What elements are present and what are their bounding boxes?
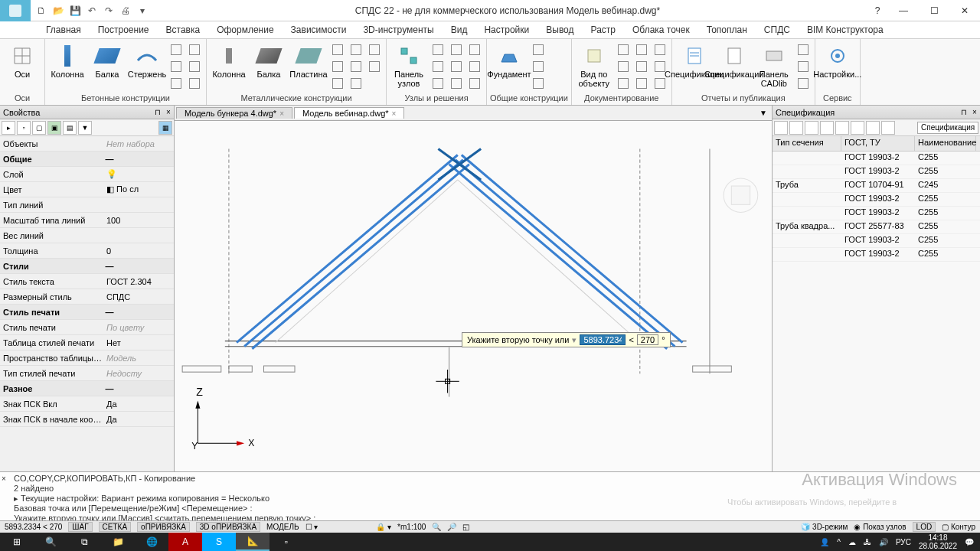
spec-col-header[interactable]: Наименование [915, 136, 976, 151]
axes-button[interactable]: Оси [3, 41, 41, 79]
settings-button[interactable]: Настройки... [818, 41, 857, 79]
toolbar-btn[interactable]: ▣ [47, 121, 61, 135]
tabs-dropdown-icon[interactable]: ▼ [760, 109, 772, 117]
small-btn[interactable] [168, 76, 185, 91]
menu-format[interactable]: Оформление [209, 23, 281, 37]
explorer-button[interactable]: 📁 [101, 533, 135, 551]
small-btn[interactable] [615, 42, 632, 57]
spec-row[interactable]: ГОСТ 19903-2С255 [773, 207, 980, 220]
tray-volume-icon[interactable]: 🔊 [879, 538, 888, 546]
osnap-toggle[interactable]: оПРИВЯЗКА [137, 522, 190, 532]
small-btn[interactable] [329, 76, 346, 91]
save-icon[interactable]: 💾 [69, 5, 81, 17]
spec-tb-btn[interactable] [820, 121, 834, 135]
small-btn[interactable] [366, 59, 383, 74]
spec-tb-btn[interactable] [774, 121, 788, 135]
menu-spds[interactable]: СПДС [756, 23, 798, 37]
clock[interactable]: 14:1828.06.2022 [919, 533, 957, 550]
start-button[interactable]: ⊞ [0, 533, 34, 551]
notifications-icon[interactable]: 💬 [965, 538, 974, 546]
toolbar-btn[interactable]: ▫ [17, 121, 31, 135]
osnap3d-toggle[interactable]: 3D оПРИВЯЗКА [196, 522, 260, 532]
toolbar-btn[interactable]: ▼ [78, 121, 92, 135]
toolbar-btn[interactable]: ▢ [32, 121, 46, 135]
pin-icon[interactable]: ⊓ [959, 108, 969, 116]
close-icon[interactable]: × [163, 108, 174, 116]
minimize-button[interactable]: — [888, 0, 919, 21]
spec-row[interactable]: ГОСТ 19903-2С255 [773, 234, 980, 248]
metal-column-button[interactable]: Колонна [210, 41, 248, 79]
open-icon[interactable]: 📂 [52, 5, 64, 17]
menu-topo[interactable]: Топоплан [699, 23, 755, 37]
lod-toggle[interactable]: LOD [913, 522, 936, 532]
small-btn[interactable] [530, 59, 547, 74]
spec-row[interactable]: ГОСТ 19903-2С255 [773, 193, 980, 207]
small-btn[interactable] [348, 59, 364, 74]
pin-icon[interactable]: ⊓ [152, 108, 163, 116]
small-btn[interactable] [466, 59, 483, 74]
small-btn[interactable] [348, 76, 364, 91]
metal-beam-button[interactable]: Балка [250, 41, 288, 79]
distance-input[interactable] [580, 334, 626, 345]
small-btn[interactable] [168, 59, 185, 74]
app-logo[interactable] [0, 0, 31, 21]
taskview-button[interactable]: ⧉ [67, 533, 101, 551]
tray-up-icon[interactable]: ^ [837, 538, 841, 546]
small-btn[interactable] [795, 59, 812, 74]
toolbar-btn[interactable]: ▦ [158, 121, 172, 135]
document-tab[interactable]: Модель вебинар.dwg*× [294, 107, 404, 119]
close-button[interactable]: ✕ [949, 0, 980, 21]
small-btn[interactable] [466, 76, 483, 91]
drawing-canvas[interactable]: Z X Y Укажите вторую точку или [175, 121, 772, 487]
close-tab-icon[interactable]: × [279, 109, 284, 118]
document-tab[interactable]: Модель бункера 4.dwg*× [176, 107, 292, 119]
tray-lang[interactable]: РУС [896, 538, 911, 546]
small-btn[interactable] [466, 42, 483, 57]
view-by-object-button[interactable]: Вид по объекту [575, 41, 613, 88]
angle-input[interactable]: 270 [637, 334, 658, 345]
small-btn[interactable] [795, 76, 812, 91]
small-btn[interactable] [430, 42, 446, 57]
menu-pointcloud[interactable]: Облака точек [625, 23, 697, 37]
small-btn[interactable] [633, 59, 650, 74]
tray-icon[interactable]: 👤 [820, 538, 829, 546]
small-btn[interactable] [615, 76, 632, 91]
close-icon[interactable]: × [969, 108, 980, 116]
menu-3d[interactable]: 3D-инструменты [355, 23, 441, 37]
small-btn[interactable] [652, 42, 668, 57]
toolbar-btn[interactable]: ▸ [2, 121, 15, 135]
small-btn[interactable] [615, 59, 632, 74]
tray-icon[interactable]: ☁ [848, 538, 856, 546]
spec-tb-btn[interactable] [835, 121, 849, 135]
column-button[interactable]: Колонна [48, 41, 87, 79]
tray-network-icon[interactable]: 🖧 [864, 538, 871, 546]
menu-output[interactable]: Вывод [538, 23, 581, 37]
foundation-button[interactable]: Фундамент [490, 41, 528, 79]
maximize-button[interactable]: ☐ [919, 0, 949, 21]
small-btn[interactable] [186, 42, 203, 57]
redo-icon[interactable]: ↷ [103, 5, 115, 17]
beam-button[interactable]: Балка [88, 41, 126, 79]
spec-col-header[interactable]: ГОСТ, ТУ [841, 136, 915, 151]
skype-button[interactable]: S [202, 533, 236, 551]
small-btn[interactable] [430, 76, 446, 91]
search-button[interactable]: 🔍 [34, 533, 67, 551]
small-btn[interactable] [168, 42, 185, 57]
spec-tb-btn[interactable] [851, 121, 864, 135]
spec-row[interactable]: ГОСТ 19903-2С255 [773, 165, 980, 179]
spec-row[interactable]: ГОСТ 19903-2С255 [773, 248, 980, 262]
small-btn[interactable] [448, 59, 465, 74]
small-btn[interactable] [366, 42, 383, 57]
small-btn[interactable] [448, 76, 465, 91]
small-btn[interactable] [329, 59, 346, 74]
nodes-panel-button[interactable]: Панель узлов [390, 41, 428, 88]
menu-build[interactable]: Построение [90, 23, 157, 37]
undo-icon[interactable]: ↶ [86, 5, 98, 17]
spec-search-input[interactable] [917, 122, 978, 134]
spec-tb-btn[interactable] [789, 121, 803, 135]
acrobat-button[interactable]: A [168, 533, 202, 551]
grid-toggle[interactable]: СЕТКА [99, 522, 132, 532]
small-btn[interactable] [633, 76, 650, 91]
spec-row[interactable]: Труба квадра...ГОСТ 25577-83С255 [773, 220, 980, 234]
scale-display[interactable]: *m1:100 [397, 523, 426, 531]
